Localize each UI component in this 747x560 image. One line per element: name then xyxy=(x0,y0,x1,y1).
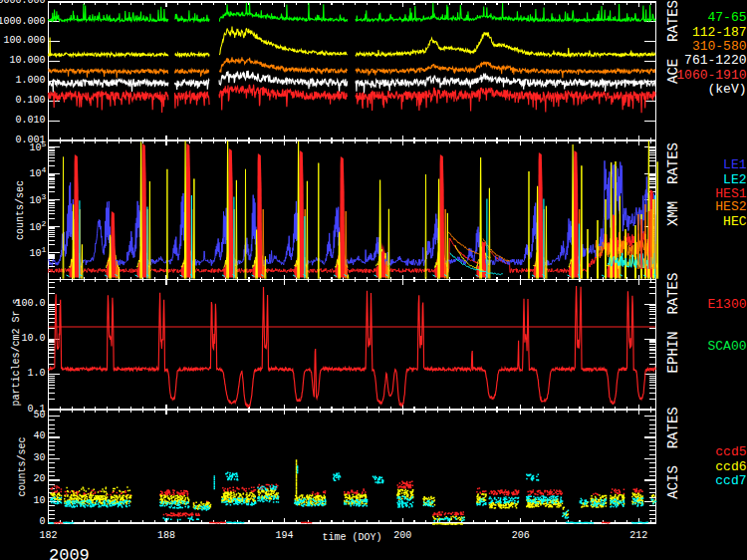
svg-text:E1300: E1300 xyxy=(707,297,746,312)
svg-text:HES2: HES2 xyxy=(715,199,746,214)
svg-text:SCA00: SCA00 xyxy=(707,339,746,354)
svg-text:30: 30 xyxy=(33,452,45,463)
svg-text:counts/sec: counts/sec xyxy=(17,436,28,496)
svg-text:10: 10 xyxy=(29,195,41,206)
svg-text:47-65: 47-65 xyxy=(707,10,746,25)
svg-text:XMM RATES: XMM RATES xyxy=(665,142,681,226)
svg-text:182: 182 xyxy=(39,530,57,541)
svg-text:ccd5: ccd5 xyxy=(715,444,746,459)
svg-text:ccd7: ccd7 xyxy=(715,473,746,488)
svg-text:HES1: HES1 xyxy=(715,186,746,201)
svg-text:1.000: 1.000 xyxy=(15,75,45,86)
svg-text:3: 3 xyxy=(42,192,47,201)
svg-text:50: 50 xyxy=(33,410,45,420)
svg-text:10: 10 xyxy=(29,142,41,153)
svg-text:1000.000: 1000.000 xyxy=(0,16,46,27)
svg-text:10.000: 10.000 xyxy=(9,55,45,66)
svg-text:particles/cm2 Sr s: particles/cm2 Sr s xyxy=(11,298,22,406)
svg-text:206: 206 xyxy=(512,530,530,541)
svg-text:2009: 2009 xyxy=(49,546,90,560)
svg-text:10000.000: 10000.000 xyxy=(0,0,46,6)
svg-text:20: 20 xyxy=(33,473,45,484)
svg-text:0: 0 xyxy=(39,516,45,527)
svg-text:100.000: 100.000 xyxy=(3,35,45,46)
svg-text:200: 200 xyxy=(393,530,411,541)
svg-text:LE1: LE1 xyxy=(723,157,747,172)
svg-text:10: 10 xyxy=(29,168,41,179)
svg-text:ACIS RATES: ACIS RATES xyxy=(665,407,681,498)
svg-text:10: 10 xyxy=(29,248,41,259)
svg-text:761-1220: 761-1220 xyxy=(684,53,746,68)
svg-text:212: 212 xyxy=(629,530,647,541)
svg-text:1.0: 1.0 xyxy=(27,368,45,379)
svg-text:10.0: 10.0 xyxy=(21,333,45,344)
svg-text:0.100: 0.100 xyxy=(15,95,45,106)
svg-text:1060-1910: 1060-1910 xyxy=(676,68,746,83)
svg-text:194: 194 xyxy=(276,530,294,541)
svg-text:time (DOY): time (DOY) xyxy=(322,532,381,543)
svg-text:40: 40 xyxy=(33,430,45,441)
svg-text:HEC: HEC xyxy=(723,214,747,229)
svg-text:1: 1 xyxy=(42,245,47,254)
svg-text:EPHIN RATES: EPHIN RATES xyxy=(665,273,681,374)
svg-text:counts/sec: counts/sec xyxy=(15,180,26,240)
svg-text:5: 5 xyxy=(42,140,47,148)
svg-text:10: 10 xyxy=(33,495,45,506)
svg-text:188: 188 xyxy=(157,530,175,541)
svg-text:2: 2 xyxy=(42,219,47,228)
svg-text:ccd6: ccd6 xyxy=(715,459,746,474)
svg-text:10: 10 xyxy=(29,222,41,233)
svg-text:310-580: 310-580 xyxy=(692,39,747,54)
svg-text:4: 4 xyxy=(42,165,47,174)
svg-text:0.010: 0.010 xyxy=(15,115,45,126)
svg-text:(keV): (keV) xyxy=(707,82,746,97)
svg-text:112-187: 112-187 xyxy=(692,25,747,40)
